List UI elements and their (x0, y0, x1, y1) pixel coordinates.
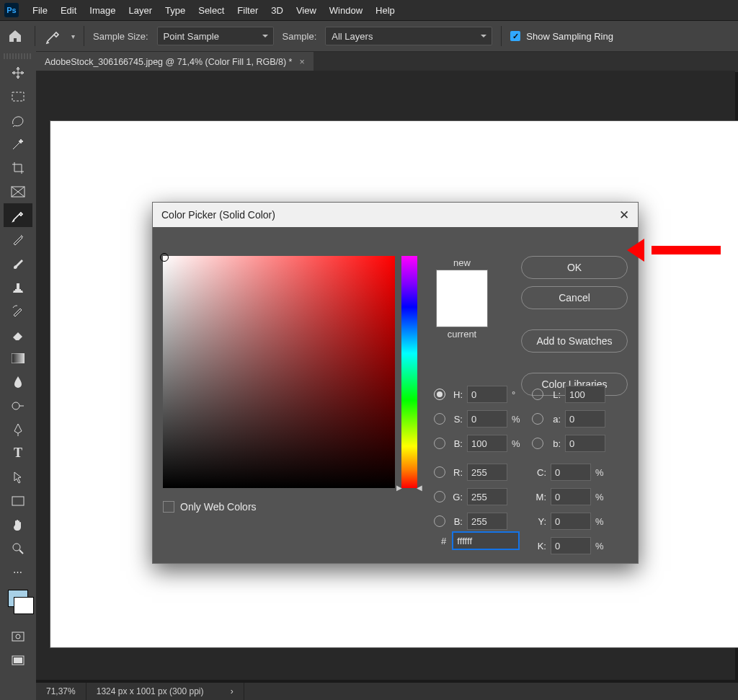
history-brush-tool-icon[interactable] (4, 298, 32, 322)
show-sampling-ring-checkbox[interactable]: ✓ (510, 31, 520, 41)
sample-size-select[interactable]: Point Sample (157, 27, 274, 45)
lightness-radio[interactable] (532, 389, 543, 400)
document-info[interactable]: 1324 px x 1001 px (300 ppi)› (86, 683, 244, 700)
brightness-radio[interactable] (434, 438, 445, 449)
sv-marker-icon[interactable] (160, 253, 169, 262)
brightness-input[interactable] (467, 435, 507, 452)
black-input[interactable] (551, 537, 591, 554)
new-color-swatch[interactable] (437, 270, 487, 298)
sample-layers-select[interactable]: All Layers (325, 27, 492, 45)
hand-tool-icon[interactable] (4, 513, 32, 536)
a-input[interactable] (565, 410, 605, 427)
move-tool-icon[interactable] (4, 61, 32, 84)
add-to-swatches-button[interactable]: Add to Swatches (521, 329, 628, 353)
blur-tool-icon[interactable] (4, 370, 32, 394)
eraser-tool-icon[interactable] (4, 322, 32, 346)
b-radio[interactable] (532, 438, 543, 449)
saturation-value-field[interactable] (163, 256, 395, 488)
menu-edit[interactable]: Edit (54, 5, 83, 16)
web-colors-label: Only Web Colors (180, 501, 257, 513)
rectangle-tool-icon[interactable] (4, 489, 32, 513)
b-input[interactable] (565, 435, 605, 452)
tool-preset-dropdown-icon[interactable]: ▾ (71, 32, 75, 40)
svg-rect-4 (12, 497, 24, 505)
zoom-tool-icon[interactable] (4, 536, 32, 560)
chevron-right-icon: › (231, 686, 234, 696)
hue-radio[interactable] (434, 389, 445, 400)
home-button[interactable] (4, 26, 26, 46)
saturation-input[interactable] (467, 410, 507, 427)
red-radio[interactable] (434, 466, 445, 478)
color-preview: new current (434, 256, 490, 341)
dialog-titlebar[interactable]: Color Picker (Solid Color) ✕ (153, 203, 638, 227)
blue-input[interactable] (467, 513, 507, 530)
hue-slider-thumb[interactable]: ▶◀ (396, 484, 422, 492)
healing-brush-tool-icon[interactable] (4, 227, 32, 251)
cyan-input[interactable] (551, 464, 591, 481)
eyedropper-tool-icon[interactable] (4, 203, 32, 227)
green-radio[interactable] (434, 491, 445, 502)
brush-tool-icon[interactable] (4, 251, 32, 275)
clone-stamp-tool-icon[interactable] (4, 275, 32, 298)
type-tool-icon[interactable]: T (4, 441, 32, 465)
svg-rect-2 (12, 353, 25, 363)
edit-toolbar-icon[interactable]: ⋯ (4, 560, 32, 584)
new-label: new (434, 257, 490, 268)
yellow-input[interactable] (551, 513, 591, 530)
ok-button[interactable]: OK (521, 256, 628, 279)
lightness-input[interactable] (565, 386, 605, 403)
gradient-tool-icon[interactable] (4, 346, 32, 370)
menu-3d[interactable]: 3D (264, 5, 290, 16)
dialog-title: Color Picker (Solid Color) (161, 209, 275, 221)
quick-mask-icon[interactable] (4, 624, 32, 648)
close-icon[interactable]: ✕ (619, 208, 629, 223)
blue-radio[interactable] (434, 515, 445, 527)
dodge-tool-icon[interactable] (4, 394, 32, 417)
current-color-swatch[interactable] (437, 298, 487, 327)
svg-point-3 (12, 402, 19, 409)
status-bar: 71,37% 1324 px x 1001 px (300 ppi)› (36, 683, 738, 700)
path-selection-tool-icon[interactable] (4, 465, 32, 489)
cancel-button[interactable]: Cancel (521, 286, 628, 309)
menu-layer[interactable]: Layer (123, 5, 159, 16)
screen-mode-icon[interactable] (4, 648, 32, 672)
svg-point-5 (13, 544, 20, 551)
magenta-input[interactable] (551, 488, 591, 505)
hue-input[interactable] (467, 386, 507, 403)
eyedropper-icon[interactable] (44, 27, 63, 45)
crop-tool-icon[interactable] (4, 156, 32, 180)
options-bar: ▾ Sample Size: Point Sample Sample: All … (0, 21, 738, 52)
svg-rect-9 (14, 657, 22, 663)
frame-tool-icon[interactable] (4, 180, 32, 203)
color-picker-dialog: Color Picker (Solid Color) ✕ ▶◀ new curr… (152, 202, 639, 564)
separator (35, 26, 35, 46)
annotation-arrow (627, 242, 721, 259)
document-tab-title: AdobeStock_306166745.jpeg @ 71,4% (Color… (45, 57, 292, 67)
menu-file[interactable]: File (26, 5, 54, 16)
lasso-tool-icon[interactable] (4, 108, 32, 132)
menu-view[interactable]: View (290, 5, 323, 16)
zoom-level[interactable]: 71,37% (36, 683, 86, 700)
hex-input[interactable] (452, 531, 520, 550)
close-icon[interactable]: × (299, 57, 304, 67)
a-radio[interactable] (532, 413, 543, 425)
menu-help[interactable]: Help (369, 5, 401, 16)
web-colors-checkbox[interactable] (163, 501, 174, 513)
menu-type[interactable]: Type (159, 5, 192, 16)
menu-select[interactable]: Select (192, 5, 231, 16)
separator (501, 26, 502, 46)
magic-wand-tool-icon[interactable] (4, 132, 32, 156)
document-tab[interactable]: AdobeStock_306166745.jpeg @ 71,4% (Color… (36, 52, 314, 72)
menu-window[interactable]: Window (323, 5, 369, 16)
hue-slider[interactable] (401, 256, 417, 488)
panel-grip[interactable] (4, 53, 32, 59)
pen-tool-icon[interactable] (4, 417, 32, 441)
svg-rect-6 (12, 632, 24, 641)
menu-filter[interactable]: Filter (231, 5, 264, 16)
background-color-swatch[interactable] (14, 597, 34, 614)
green-input[interactable] (467, 488, 507, 505)
marquee-tool-icon[interactable] (4, 84, 32, 108)
red-input[interactable] (467, 464, 507, 481)
menu-image[interactable]: Image (83, 5, 122, 16)
saturation-radio[interactable] (434, 413, 445, 425)
